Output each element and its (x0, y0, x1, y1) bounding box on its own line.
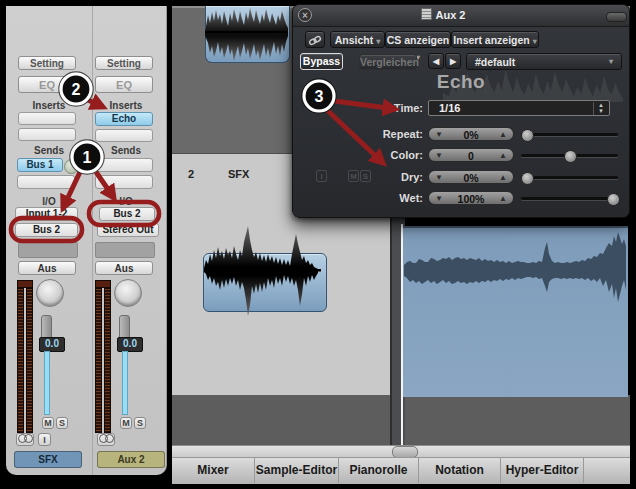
channel-name-sfx[interactable]: SFX (14, 451, 82, 468)
solo-button[interactable]: S (134, 417, 146, 429)
clip-indicator (95, 280, 111, 288)
solo-button[interactable]: S (56, 417, 68, 429)
chevron-down-icon: ▾ (533, 37, 537, 46)
wet-label: Wet: (348, 192, 423, 204)
repeat-slider-track[interactable] (521, 133, 618, 136)
fader-value: 0.0 (117, 337, 143, 352)
close-icon[interactable]: × (298, 8, 312, 22)
sends-label: Sends (93, 145, 159, 156)
plugin-name-heading: Echo (293, 71, 629, 93)
increment-icon[interactable]: ▲ (499, 130, 507, 139)
insert-anzeigen-menu[interactable]: Insert anzeigen ▾ (451, 31, 539, 48)
pan-knob[interactable] (114, 279, 142, 307)
repeat-value-field[interactable]: ▼ 0% ▲ (428, 127, 514, 141)
wet-slider-thumb[interactable] (607, 193, 620, 206)
track-number: 2 (188, 168, 194, 180)
send-level-knob[interactable] (64, 159, 79, 174)
repeat-label: Repeat: (348, 128, 423, 140)
send-slot-bus1[interactable]: Bus 1 (17, 158, 63, 172)
io-label: I/O (93, 196, 159, 207)
fader-track[interactable] (122, 351, 128, 415)
ansicht-menu[interactable]: Ansicht ▾ (330, 31, 385, 48)
bypass-button[interactable]: Bypass (300, 53, 343, 70)
tab-hyper-editor[interactable]: Hyper-Editor (501, 457, 583, 483)
io-input-slot[interactable]: Bus 2 (99, 207, 155, 221)
stepper-icon[interactable]: ▲▼ (593, 102, 606, 115)
track-name-label: SFX (228, 168, 249, 180)
color-value-field[interactable]: ▼ 0 ▲ (428, 148, 514, 162)
dry-slider-track[interactable] (521, 176, 618, 179)
color-slider-thumb[interactable] (564, 150, 577, 163)
automation-mode-button[interactable]: Aus (18, 261, 76, 275)
mute-button[interactable]: M (120, 417, 132, 429)
increment-icon[interactable]: ▲ (499, 194, 507, 203)
ghost-solo-button: S (360, 170, 371, 182)
ghost-mute-button: M (348, 170, 359, 182)
increment-icon[interactable]: ▲ (499, 151, 507, 160)
insert-slot-2[interactable] (95, 129, 153, 142)
group-slot[interactable] (95, 242, 155, 258)
increment-icon[interactable]: ▲ (499, 173, 507, 182)
wet-value-field[interactable]: ▼ 100% ▲ (428, 191, 514, 205)
link-button[interactable] (305, 31, 325, 48)
setting-button[interactable]: Setting (95, 56, 153, 70)
mixer-panel: Setting EQ Inserts Sends Bus 1 I/O Input… (6, 6, 167, 475)
channel-name-aux2[interactable]: Aux 2 (97, 451, 165, 468)
insert-slot-1[interactable] (18, 112, 76, 125)
eq-button[interactable]: EQ (18, 76, 76, 93)
repeat-slider-thumb[interactable] (521, 129, 534, 142)
ghost-input-button: I (316, 170, 327, 182)
send-slot-2[interactable] (95, 175, 153, 189)
level-meter-right (104, 288, 111, 433)
prev-preset-button[interactable]: ◀ (428, 53, 444, 69)
preset-dropdown[interactable]: #default ▾ (466, 53, 622, 70)
screenshot-root: 2 SFX Mixer Sample-Editor Pianorolle Not… (0, 0, 636, 489)
sample-editor-waveform (404, 228, 628, 390)
minimize-button[interactable] (606, 12, 627, 22)
pan-knob[interactable] (36, 279, 64, 307)
stereo-format-button[interactable] (16, 433, 34, 446)
vergleichen-button[interactable]: Vergleichen (359, 54, 417, 70)
io-output-slot[interactable]: Bus 2 (15, 223, 78, 237)
insert-slot-2[interactable] (18, 128, 76, 141)
send-slot-2[interactable] (17, 175, 75, 189)
tab-sample-editor[interactable]: Sample-Editor (255, 457, 338, 483)
mute-button[interactable]: M (42, 417, 54, 429)
io-output-slot[interactable]: Stereo Out (97, 223, 159, 237)
chevron-down-icon: ▾ (609, 54, 613, 70)
tab-mixer[interactable]: Mixer (172, 457, 254, 483)
time-dropdown[interactable]: 1/16 ▲▼ (428, 100, 610, 116)
inserts-label: Inserts (93, 100, 159, 111)
audio-region-top-waveform (205, 6, 288, 62)
cs-anzeigen-menu[interactable]: CS anzeigen ▾ (385, 31, 451, 48)
tab-separator (583, 457, 584, 483)
stereo-format-button[interactable] (97, 433, 115, 446)
dry-value-field[interactable]: ▼ 0% ▲ (428, 170, 514, 184)
plugin-window: × Aux 2 Ansicht ▾ CS anzeigen ▾ Insert a… (292, 4, 630, 218)
plugin-window-title: Aux 2 (353, 8, 533, 21)
stereo-circle-icon (24, 434, 33, 443)
wet-slider-track[interactable] (521, 197, 618, 200)
color-label: Color: (348, 149, 423, 161)
io-label: I/O (6, 196, 92, 207)
tab-notation[interactable]: Notation (419, 457, 500, 483)
send-slot-1[interactable] (95, 158, 153, 172)
channel-strip-aux2: Setting EQ Inserts Echo Sends I/O Bus 2 … (93, 6, 166, 475)
group-slot[interactable] (18, 242, 78, 258)
input-monitor-button[interactable]: I (38, 433, 51, 446)
chain-link-icon (307, 34, 323, 47)
playhead[interactable] (401, 224, 403, 446)
next-preset-button[interactable]: ▶ (445, 53, 461, 69)
audio-region-sfx-waveform (200, 220, 330, 325)
fader-track[interactable] (44, 351, 50, 415)
automation-mode-button[interactable]: Aus (95, 261, 153, 275)
io-input-slot[interactable]: Input 1-2 (15, 207, 78, 221)
chevron-down-icon: ▾ (376, 37, 380, 46)
insert-slot-echo[interactable]: Echo (95, 112, 153, 126)
dry-slider-thumb[interactable] (521, 172, 534, 185)
setting-button[interactable]: Setting (18, 56, 76, 70)
eq-button[interactable]: EQ (95, 76, 153, 93)
sends-label: Sends (6, 145, 92, 156)
tab-pianorolle[interactable]: Pianorolle (339, 457, 418, 483)
inserts-label: Inserts (6, 100, 92, 111)
